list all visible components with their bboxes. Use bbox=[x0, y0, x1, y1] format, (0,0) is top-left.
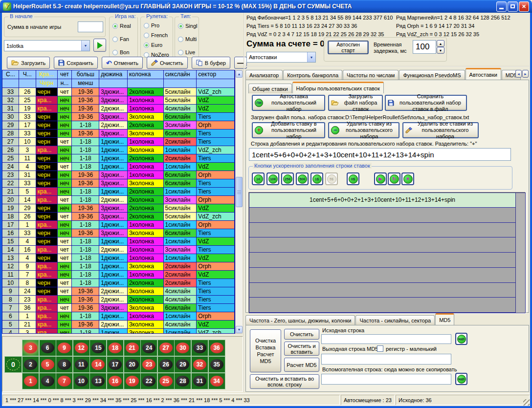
bets-list-row[interactable] bbox=[249, 223, 515, 238]
md5-calc-button[interactable]: Расчет MD5 bbox=[284, 358, 319, 372]
board-cell-30[interactable]: 30 bbox=[174, 340, 191, 356]
minimize-button[interactable] bbox=[496, 1, 507, 12]
table-row[interactable]: 61кра...неч1-181дюжи...1колонка1сиклайнO… bbox=[2, 312, 235, 321]
radio-fan[interactable]: Fan bbox=[112, 36, 129, 42]
table-row[interactable]: 171кра...неч1-181дюжи...1колонка1сиклайн… bbox=[2, 221, 235, 229]
board-cell-8[interactable]: 8 bbox=[56, 356, 73, 373]
radio-live[interactable]: Live bbox=[178, 49, 195, 55]
chip-1c-button[interactable]: 1¢ bbox=[252, 172, 265, 185]
delay-value[interactable]: 100 bbox=[413, 40, 436, 54]
table-row[interactable]: 736кра...чет19-363дюжи...3колонка6сиклай… bbox=[2, 304, 235, 312]
scroll-down-icon[interactable]: ▼ bbox=[236, 326, 243, 333]
board-cell-25[interactable]: 25 bbox=[157, 373, 175, 389]
table-scrollbar[interactable]: ▲ ▼ bbox=[235, 70, 243, 334]
toolbar-floppy-button[interactable]: Сохранить bbox=[54, 57, 98, 69]
chevron-down-icon[interactable]: ▼ bbox=[81, 41, 89, 51]
table-row[interactable]: 1416кра...чет1-182дюжи...1колонка3сиклай… bbox=[2, 246, 235, 254]
bets-list[interactable]: 1cent+5+6+0+0+2+1+3+10cent+10+11+12+13+1… bbox=[249, 193, 526, 313]
board-cell-26[interactable]: 26 bbox=[157, 356, 175, 373]
board-cell-3[interactable]: 3 bbox=[22, 340, 39, 356]
bets-list-row[interactable] bbox=[249, 283, 515, 298]
board-cell-0[interactable]: 0 bbox=[4, 356, 22, 373]
repeat-chip-button[interactable]: ↻ bbox=[388, 172, 400, 185]
bets-list-row[interactable] bbox=[249, 268, 515, 283]
board-cell-15[interactable]: 15 bbox=[89, 340, 107, 356]
board-cell-18[interactable]: 18 bbox=[107, 340, 124, 356]
board-cell-13[interactable]: 13 bbox=[89, 373, 107, 389]
md5-clear-and-paste-button[interactable]: Очистить и вставить bbox=[284, 342, 319, 356]
table-row[interactable]: 1826чернчет19-363дюжи...2колонка5сиклайн… bbox=[2, 213, 235, 221]
maximize-button[interactable] bbox=[508, 1, 518, 12]
board-cell-12[interactable]: 12 bbox=[73, 340, 90, 356]
board-cell-4[interactable]: 4 bbox=[39, 373, 56, 389]
spins-table[interactable]: С...Ч...Кра...четбольшдюжинаколонкасиксл… bbox=[2, 70, 235, 334]
bets-list-row[interactable] bbox=[249, 253, 515, 268]
table-row[interactable]: 521кра...неч19-362дюжи...3колонка4сиклай… bbox=[2, 321, 235, 329]
board-cell-22[interactable]: 22 bbox=[140, 373, 157, 389]
table-row[interactable]: 129кра...неч1-181дюжи...3колонка2сиклайн… bbox=[2, 262, 235, 271]
table-row[interactable]: 2511черннеч1-181дюжи...2колонка2сиклайнT… bbox=[2, 154, 235, 163]
tab-частота-сиклайны-сектора[interactable]: Частота - сиклайны, сектора bbox=[355, 315, 435, 325]
board-cell-16[interactable]: 16 bbox=[107, 373, 124, 389]
md5-aux-icon-button[interactable]: МД5 bbox=[455, 373, 467, 385]
chip-0d-button[interactable]: 0$ bbox=[347, 172, 359, 185]
md5-output-input[interactable] bbox=[321, 354, 451, 365]
board-cell-36[interactable]: 36 bbox=[208, 340, 225, 356]
board-cell-28[interactable]: 28 bbox=[174, 373, 191, 389]
table-row[interactable]: 244чернчет1-181дюжи...1колонка1сиклайнVd… bbox=[2, 163, 235, 171]
tab-автоставки[interactable]: Автоставки bbox=[466, 68, 501, 80]
scrollbar-thumb[interactable] bbox=[236, 177, 243, 207]
radio-bon[interactable]: Bon bbox=[112, 49, 130, 55]
autobets-combo[interactable]: Автоставки ▼ bbox=[246, 52, 316, 63]
tab-контроль-банкролла[interactable]: Контроль банкролла bbox=[283, 70, 342, 80]
tab-частоты-по-числам[interactable]: Частоты по числам bbox=[343, 70, 399, 80]
swirl-chip-button[interactable]: ✶ bbox=[401, 172, 414, 185]
toolbar-undo-button[interactable]: ↶Отменить bbox=[102, 57, 143, 69]
radio-singl[interactable]: Singl bbox=[178, 23, 197, 29]
board-cell-35[interactable]: 35 bbox=[208, 356, 225, 373]
board-cell-23[interactable]: 23 bbox=[140, 356, 157, 373]
table-row[interactable]: 1929черннеч19-363дюжи...2колонка5сиклайн… bbox=[2, 204, 235, 213]
table-row[interactable]: 3119кра...неч19-362дюжи...1колонка4сикла… bbox=[2, 105, 235, 113]
board-cell-24[interactable]: 24 bbox=[140, 340, 157, 356]
table-row[interactable]: 263кра...неч1-181дюжи...3колонка1сиклайн… bbox=[2, 146, 235, 154]
table-row[interactable]: 3326чернчет19-363дюжи...2колонка5сиклайн… bbox=[2, 88, 235, 96]
md5-clear-paste-calc-button[interactable]: Очистка Вставка Расчет MD5 bbox=[250, 329, 281, 372]
board-cell-27[interactable]: 27 bbox=[157, 340, 175, 356]
board-cell-31[interactable]: 31 bbox=[191, 373, 208, 389]
board-cell-9[interactable]: 9 bbox=[56, 340, 73, 356]
radio-pro[interactable]: Pro bbox=[144, 22, 159, 28]
board-cell-17[interactable]: 17 bbox=[107, 356, 124, 373]
table-row[interactable]: 154чернчет1-181дюжи...1колонка1сиклайнVd… bbox=[2, 237, 235, 246]
table-row[interactable]: 2710чернчет1-181дюжи...1колонка2сиклайнT… bbox=[2, 138, 235, 146]
md5-clear-button[interactable]: Очистить bbox=[284, 329, 319, 340]
chip-10c-button[interactable]: 10¢ bbox=[266, 172, 279, 185]
play-button[interactable] bbox=[93, 39, 106, 52]
md5-aux-input[interactable] bbox=[321, 374, 451, 385]
bets-list-row[interactable] bbox=[249, 208, 515, 223]
bets-list-row[interactable] bbox=[249, 298, 515, 313]
tabs-scroll-left-icon[interactable]: ◄ bbox=[515, 70, 522, 78]
chip-50c-button[interactable]: 50¢ bbox=[296, 172, 309, 185]
radio-multi[interactable]: Multi bbox=[178, 36, 197, 42]
radio-euro[interactable]: Euro bbox=[144, 42, 162, 48]
table-row[interactable]: 1633черннеч19-363дюжи...3колонка6сиклайн… bbox=[2, 229, 235, 237]
tab-общие-ставки[interactable]: Общие ставки bbox=[248, 84, 292, 93]
tab-частота-zero-шансы-дюжины-колонки[interactable]: Частота - Zero, шансы, дюжины, колонки bbox=[245, 315, 355, 325]
table-row[interactable]: 134чернчет1-181дюжи...1колонка1сиклайнVd… bbox=[2, 254, 235, 262]
board-cell-1[interactable]: 1 bbox=[22, 373, 39, 389]
board-cell-34[interactable]: 34 bbox=[208, 373, 225, 389]
table-row[interactable]: 43кра...неч1-181дюжи...3колонка1сиклайнV… bbox=[2, 329, 235, 334]
board-cell-7[interactable]: 7 bbox=[56, 373, 73, 389]
table-row[interactable]: 3033черннеч19-363дюжи...3колонка6сиклайн… bbox=[2, 113, 235, 121]
plus-chip-action-button[interactable]: +Добавить ставку в пользовательский набо… bbox=[252, 122, 325, 138]
toolbar-brush-button[interactable]: Очистить bbox=[147, 57, 188, 69]
table-row[interactable]: 924чернчет19-362дюжи...3колонка4сиклайнT… bbox=[2, 287, 235, 296]
board-cell-19[interactable]: 19 bbox=[124, 373, 141, 389]
board-cell-11[interactable]: 11 bbox=[73, 356, 90, 373]
table-row[interactable]: 117кра...неч1-181дюжи...1колонка2сиклайн… bbox=[2, 271, 235, 279]
table-row[interactable]: 823кра...неч19-362дюжи...2колонка4сиклай… bbox=[2, 296, 235, 304]
pn-chip-action-button[interactable]: ПНАвтоставка пользовательский набор bbox=[252, 95, 325, 111]
table-row[interactable]: 2917черннеч1-182дюжи...2колонка3сиклайнO… bbox=[2, 121, 235, 129]
floppy-action-button[interactable]: Сохранить пользовательский набор ставок … bbox=[385, 95, 467, 111]
